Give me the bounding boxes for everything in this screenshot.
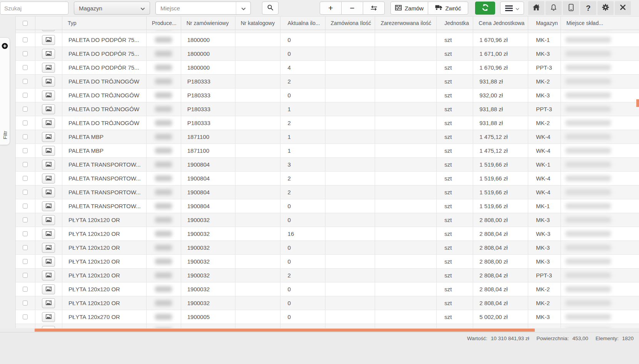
image-button[interactable] — [42, 229, 55, 239]
warehouse-select[interactable]: Magazyn — [74, 2, 150, 15]
row-checkbox[interactable] — [23, 79, 28, 84]
header-cena-jednostkowa[interactable]: Cena Jednostkowa — [473, 17, 528, 30]
image-button[interactable] — [42, 174, 55, 184]
image-button[interactable] — [42, 35, 55, 45]
row-checkbox[interactable] — [23, 273, 28, 278]
header-typ[interactable]: Typ — [62, 17, 147, 30]
image-button[interactable] — [42, 77, 55, 87]
table-row[interactable]: PŁYTA 120x120 OR 1900032 16 szt 2 808,04… — [16, 227, 639, 241]
row-checkbox[interactable] — [23, 217, 28, 222]
image-button[interactable] — [42, 243, 55, 253]
header-aktualna-ilosc[interactable]: Aktualna ilo... — [280, 17, 325, 30]
row-checkbox[interactable] — [23, 37, 28, 42]
return-button[interactable]: Zwróć — [428, 2, 468, 15]
help-button[interactable]: ? — [580, 1, 596, 15]
image-button[interactable] — [42, 298, 55, 308]
row-checkbox[interactable] — [23, 93, 28, 98]
subtract-button[interactable]: − — [341, 2, 363, 15]
image-button[interactable] — [42, 257, 55, 267]
table-row[interactable]: PALETA DO TRÓJNOGÓW P180333 2 szt 931,88… — [16, 116, 639, 130]
row-checkbox[interactable] — [23, 162, 28, 167]
row-checkbox[interactable] — [23, 120, 28, 125]
header-miejsce-skladowania[interactable]: Miejsce skład... — [561, 17, 639, 30]
order-button[interactable]: Zamów — [390, 2, 428, 15]
image-button[interactable] — [42, 201, 55, 211]
row-checkbox[interactable] — [23, 245, 28, 250]
image-button[interactable] — [42, 63, 55, 73]
table-row[interactable]: PŁYTA 120x270 OR 1900005 0 szt 5 002,00 … — [16, 324, 639, 328]
table-row[interactable]: PALETA TRANSPORTOW... 1900804 0 szt 1 51… — [16, 199, 639, 213]
table-row[interactable]: PALETA MBP 1871100 1 szt 1 475,12 zł WK-… — [16, 144, 639, 158]
horizontal-scrollbar[interactable] — [0, 328, 639, 332]
place-select[interactable]: Miejsce — [155, 2, 251, 15]
filter-panel-tab[interactable]: Filtr — [0, 37, 10, 145]
row-checkbox[interactable] — [23, 176, 28, 181]
header-nr-katalogowy[interactable]: Nr katalogowy — [235, 17, 280, 30]
row-checkbox[interactable] — [23, 107, 28, 112]
row-checkbox[interactable] — [23, 51, 28, 56]
mobile-button[interactable] — [563, 1, 579, 15]
home-button[interactable] — [528, 1, 544, 15]
row-checkbox[interactable] — [23, 204, 28, 209]
refresh-button[interactable] — [475, 2, 495, 15]
image-button[interactable] — [42, 312, 55, 322]
header-nr-zamowieniowy[interactable]: Nr zamówieniowy — [181, 17, 235, 30]
table-row[interactable]: PALETA DO PODPÓR 75... 1800000 4 szt 1 6… — [16, 61, 639, 75]
row-checkbox[interactable] — [23, 314, 28, 319]
table-row[interactable]: PALETA DO TRÓJNOGÓW P180333 0 szt 932,00… — [16, 88, 639, 102]
row-checkbox[interactable] — [23, 190, 28, 195]
table-row[interactable]: PŁYTA 120x270 OR 1900005 0 szt 5 002,00 … — [16, 310, 639, 324]
table-row[interactable]: PŁYTA 120x120 OR 1900032 0 szt 2 808,04 … — [16, 282, 639, 296]
transfer-button[interactable] — [363, 2, 385, 15]
settings-button[interactable] — [597, 1, 614, 15]
image-button[interactable] — [42, 215, 55, 225]
table-row[interactable]: PALETA DO PODPÓR 75... 1800000 0 szt 1 6… — [16, 33, 639, 47]
row-checkbox[interactable] — [23, 148, 28, 153]
close-button[interactable] — [615, 1, 631, 15]
row-checkbox[interactable] — [23, 134, 28, 139]
table-row[interactable]: PALETA TRANSPORTOW... 1900804 3 szt 1 51… — [16, 158, 639, 172]
image-button[interactable] — [42, 30, 55, 31]
row-checkbox[interactable] — [23, 287, 28, 292]
header-zamowiona-ilosc[interactable]: Zamówiona Ilość — [325, 17, 375, 30]
image-button[interactable] — [42, 49, 55, 59]
row-checkbox[interactable] — [23, 65, 28, 70]
row-checkbox[interactable] — [23, 301, 28, 306]
table-row[interactable]: PALETA MBP 1871100 1 szt 1 475,12 zł WK-… — [16, 130, 639, 144]
table-row[interactable]: PALETA DO PODPÓR 75... 1800000 0 szt 1 6… — [16, 47, 639, 61]
table-row[interactable]: PALETA DO TRÓJNOGÓW P180333 1 szt 931,88… — [16, 102, 639, 116]
place-select-dropdown-button[interactable] — [236, 2, 250, 14]
table-row[interactable]: PŁYTA 120x120 OR 1900032 0 szt 2 808,00 … — [16, 255, 639, 269]
notifications-button[interactable] — [546, 1, 562, 15]
vertical-scrollbar-thumb[interactable] — [636, 99, 639, 107]
add-button[interactable]: + — [320, 2, 342, 15]
table-row[interactable]: PŁYTA 120x120 OR 1900032 0 szt 2 808,04 … — [16, 241, 639, 255]
select-all-checkbox[interactable] — [23, 21, 28, 26]
menu-button[interactable] — [500, 2, 524, 15]
horizontal-scrollbar-thumb[interactable] — [35, 329, 535, 332]
image-button[interactable] — [42, 270, 55, 281]
search-input[interactable] — [0, 2, 68, 15]
table-row[interactable]: PALETA DO TRÓJNOGÓW P180333 2 szt 931,88… — [16, 75, 639, 88]
table-row[interactable]: PŁYTA 120x120 OR 1900032 0 szt 2 808,00 … — [16, 213, 639, 227]
image-button[interactable] — [42, 132, 55, 142]
image-button[interactable] — [42, 284, 55, 294]
table-row[interactable]: PALETA TRANSPORTOW... 1900804 2 szt 1 51… — [16, 172, 639, 185]
table-row[interactable]: PALETA TRANSPORTOW... 1900804 2 szt 1 51… — [16, 185, 639, 199]
image-button[interactable] — [42, 146, 55, 156]
image-button[interactable] — [42, 187, 55, 197]
header-magazyn[interactable]: Magazyn — [528, 17, 561, 30]
table-row[interactable]: PŁYTA 120x120 OR 1900032 2 szt 2 808,04 … — [16, 269, 639, 282]
image-button[interactable] — [42, 104, 55, 114]
image-button[interactable] — [42, 160, 55, 170]
row-checkbox[interactable] — [23, 231, 28, 236]
table-row[interactable]: PŁYTA 120x120 OR 1900032 0 szt 2 808,04 … — [16, 296, 639, 310]
search-button[interactable] — [262, 2, 279, 15]
header-zarezerwowana-ilosc[interactable]: Zarezerwowana ilość — [375, 17, 437, 30]
image-button[interactable] — [42, 90, 55, 100]
header-jednostka[interactable]: Jednostka — [437, 17, 473, 30]
image-button[interactable] — [42, 118, 55, 128]
header-producent[interactable]: Produce... — [147, 17, 181, 30]
table-row[interactable] — [16, 30, 639, 33]
row-checkbox[interactable] — [23, 259, 28, 264]
